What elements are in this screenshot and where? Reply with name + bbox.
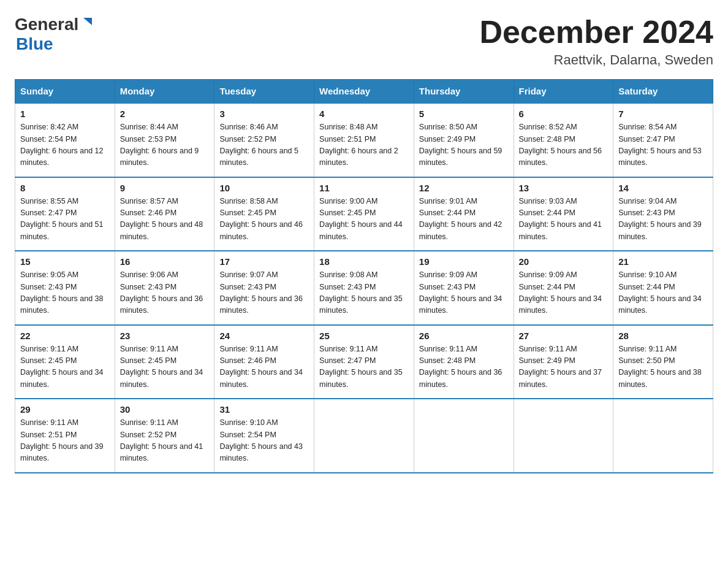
calendar-cell: 22Sunrise: 9:11 AMSunset: 2:45 PMDayligh… — [15, 325, 115, 399]
day-number: 13 — [519, 183, 609, 193]
col-header-saturday: Saturday — [613, 80, 713, 104]
day-info: Sunrise: 9:09 AMSunset: 2:44 PMDaylight:… — [519, 269, 609, 317]
day-info: Sunrise: 9:11 AMSunset: 2:47 PMDaylight:… — [319, 343, 409, 391]
day-number: 3 — [219, 109, 309, 119]
calendar-cell — [514, 399, 613, 473]
calendar-cell: 29Sunrise: 9:11 AMSunset: 2:51 PMDayligh… — [15, 399, 115, 473]
page-header: General Blue December 2024 Raettvik, Dal… — [15, 15, 713, 68]
day-info: Sunrise: 9:11 AMSunset: 2:48 PMDaylight:… — [419, 343, 509, 391]
calendar-cell: 16Sunrise: 9:06 AMSunset: 2:43 PMDayligh… — [115, 251, 214, 325]
calendar-cell: 1Sunrise: 8:42 AMSunset: 2:54 PMDaylight… — [15, 103, 115, 177]
day-info: Sunrise: 9:11 AMSunset: 2:49 PMDaylight:… — [519, 343, 609, 391]
day-number: 15 — [20, 256, 110, 267]
calendar-cell: 17Sunrise: 9:07 AMSunset: 2:43 PMDayligh… — [214, 251, 314, 325]
day-info: Sunrise: 8:46 AMSunset: 2:52 PMDaylight:… — [219, 121, 309, 169]
day-info: Sunrise: 8:52 AMSunset: 2:48 PMDaylight:… — [519, 121, 609, 169]
calendar-week-row: 8Sunrise: 8:55 AMSunset: 2:47 PMDaylight… — [15, 177, 713, 251]
day-info: Sunrise: 9:10 AMSunset: 2:44 PMDaylight:… — [618, 269, 708, 317]
calendar-cell: 2Sunrise: 8:44 AMSunset: 2:53 PMDaylight… — [115, 103, 214, 177]
logo: General Blue — [15, 15, 93, 54]
col-header-thursday: Thursday — [414, 80, 514, 104]
day-info: Sunrise: 9:03 AMSunset: 2:44 PMDaylight:… — [519, 196, 609, 243]
day-number: 16 — [120, 256, 210, 267]
day-info: Sunrise: 9:11 AMSunset: 2:45 PMDaylight:… — [120, 343, 210, 391]
calendar-cell: 26Sunrise: 9:11 AMSunset: 2:48 PMDayligh… — [414, 325, 514, 399]
day-number: 20 — [519, 256, 609, 267]
day-info: Sunrise: 8:42 AMSunset: 2:54 PMDaylight:… — [20, 121, 110, 169]
title-area: December 2024 Raettvik, Dalarna, Sweden — [479, 15, 713, 68]
calendar-cell: 31Sunrise: 9:10 AMSunset: 2:54 PMDayligh… — [214, 399, 314, 473]
calendar-cell: 4Sunrise: 8:48 AMSunset: 2:51 PMDaylight… — [314, 103, 414, 177]
calendar-cell: 18Sunrise: 9:08 AMSunset: 2:43 PMDayligh… — [314, 251, 414, 325]
calendar-cell: 15Sunrise: 9:05 AMSunset: 2:43 PMDayligh… — [15, 251, 115, 325]
col-header-sunday: Sunday — [15, 80, 115, 104]
svg-marker-0 — [83, 18, 92, 25]
calendar-cell: 11Sunrise: 9:00 AMSunset: 2:45 PMDayligh… — [314, 177, 414, 251]
day-number: 31 — [219, 404, 309, 415]
calendar-cell: 8Sunrise: 8:55 AMSunset: 2:47 PMDaylight… — [15, 177, 115, 251]
logo-general-text: General — [15, 15, 78, 34]
day-number: 1 — [20, 109, 110, 119]
day-info: Sunrise: 9:10 AMSunset: 2:54 PMDaylight:… — [219, 417, 309, 465]
location-title: Raettvik, Dalarna, Sweden — [479, 52, 713, 68]
calendar-week-row: 1Sunrise: 8:42 AMSunset: 2:54 PMDaylight… — [15, 103, 713, 177]
day-number: 29 — [20, 404, 110, 415]
day-info: Sunrise: 8:54 AMSunset: 2:47 PMDaylight:… — [618, 121, 708, 169]
day-info: Sunrise: 8:48 AMSunset: 2:51 PMDaylight:… — [319, 121, 409, 169]
day-number: 26 — [419, 331, 509, 341]
calendar-cell: 27Sunrise: 9:11 AMSunset: 2:49 PMDayligh… — [514, 325, 613, 399]
day-number: 12 — [419, 183, 509, 193]
calendar-cell: 23Sunrise: 9:11 AMSunset: 2:45 PMDayligh… — [115, 325, 214, 399]
calendar-cell: 20Sunrise: 9:09 AMSunset: 2:44 PMDayligh… — [514, 251, 613, 325]
calendar-cell: 30Sunrise: 9:11 AMSunset: 2:52 PMDayligh… — [115, 399, 214, 473]
day-number: 19 — [419, 256, 509, 267]
day-info: Sunrise: 8:57 AMSunset: 2:46 PMDaylight:… — [120, 196, 210, 243]
day-info: Sunrise: 9:01 AMSunset: 2:44 PMDaylight:… — [419, 196, 509, 243]
day-number: 5 — [419, 109, 509, 119]
day-number: 24 — [219, 331, 309, 341]
col-header-monday: Monday — [115, 80, 214, 104]
calendar-cell: 19Sunrise: 9:09 AMSunset: 2:43 PMDayligh… — [414, 251, 514, 325]
calendar-cell — [314, 399, 414, 473]
day-number: 9 — [120, 183, 210, 193]
day-info: Sunrise: 8:55 AMSunset: 2:47 PMDaylight:… — [20, 196, 110, 243]
day-number: 2 — [120, 109, 210, 119]
day-number: 21 — [618, 256, 708, 267]
calendar-week-row: 15Sunrise: 9:05 AMSunset: 2:43 PMDayligh… — [15, 251, 713, 325]
calendar-cell: 7Sunrise: 8:54 AMSunset: 2:47 PMDaylight… — [613, 103, 713, 177]
calendar-cell: 9Sunrise: 8:57 AMSunset: 2:46 PMDaylight… — [115, 177, 214, 251]
day-number: 6 — [519, 109, 609, 119]
day-info: Sunrise: 9:05 AMSunset: 2:43 PMDaylight:… — [20, 269, 110, 317]
calendar-header-row: SundayMondayTuesdayWednesdayThursdayFrid… — [15, 80, 713, 104]
calendar-week-row: 22Sunrise: 9:11 AMSunset: 2:45 PMDayligh… — [15, 325, 713, 399]
calendar-cell: 6Sunrise: 8:52 AMSunset: 2:48 PMDaylight… — [514, 103, 613, 177]
day-number: 28 — [618, 331, 708, 341]
day-info: Sunrise: 8:50 AMSunset: 2:49 PMDaylight:… — [419, 121, 509, 169]
day-number: 14 — [618, 183, 708, 193]
calendar-cell: 3Sunrise: 8:46 AMSunset: 2:52 PMDaylight… — [214, 103, 314, 177]
calendar-cell: 25Sunrise: 9:11 AMSunset: 2:47 PMDayligh… — [314, 325, 414, 399]
col-header-friday: Friday — [514, 80, 613, 104]
day-info: Sunrise: 9:11 AMSunset: 2:46 PMDaylight:… — [219, 343, 309, 391]
logo-blue-text: Blue — [16, 34, 53, 53]
day-info: Sunrise: 9:09 AMSunset: 2:43 PMDaylight:… — [419, 269, 509, 317]
day-number: 25 — [319, 331, 409, 341]
day-info: Sunrise: 8:58 AMSunset: 2:45 PMDaylight:… — [219, 196, 309, 243]
day-number: 7 — [618, 109, 708, 119]
day-info: Sunrise: 9:08 AMSunset: 2:43 PMDaylight:… — [319, 269, 409, 317]
day-number: 23 — [120, 331, 210, 341]
day-number: 18 — [319, 256, 409, 267]
calendar-cell: 21Sunrise: 9:10 AMSunset: 2:44 PMDayligh… — [613, 251, 713, 325]
month-title: December 2024 — [479, 15, 713, 50]
day-number: 22 — [20, 331, 110, 341]
calendar-cell: 28Sunrise: 9:11 AMSunset: 2:50 PMDayligh… — [613, 325, 713, 399]
day-number: 17 — [219, 256, 309, 267]
calendar-cell: 24Sunrise: 9:11 AMSunset: 2:46 PMDayligh… — [214, 325, 314, 399]
calendar-week-row: 29Sunrise: 9:11 AMSunset: 2:51 PMDayligh… — [15, 399, 713, 473]
day-info: Sunrise: 9:11 AMSunset: 2:51 PMDaylight:… — [20, 417, 110, 465]
day-number: 11 — [319, 183, 409, 193]
calendar-cell: 13Sunrise: 9:03 AMSunset: 2:44 PMDayligh… — [514, 177, 613, 251]
day-info: Sunrise: 8:44 AMSunset: 2:53 PMDaylight:… — [120, 121, 210, 169]
day-info: Sunrise: 9:00 AMSunset: 2:45 PMDaylight:… — [319, 196, 409, 243]
calendar-cell: 14Sunrise: 9:04 AMSunset: 2:43 PMDayligh… — [613, 177, 713, 251]
